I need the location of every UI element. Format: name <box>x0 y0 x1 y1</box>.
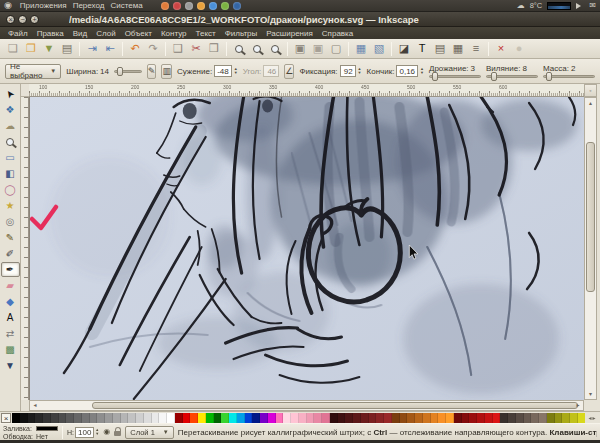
vertical-scrollbar[interactable]: ▴ ▾ <box>584 97 597 400</box>
palette-swatch[interactable] <box>314 413 322 423</box>
menu-edit[interactable]: Правка <box>33 29 68 38</box>
palette-swatch[interactable] <box>121 413 129 423</box>
palette-swatch[interactable] <box>469 413 477 423</box>
mail-icon[interactable]: ✉ <box>589 1 596 10</box>
tool-node-editor[interactable]: ❖ <box>1 102 20 117</box>
palette-swatch[interactable] <box>338 413 346 423</box>
palette-swatch[interactable] <box>198 413 206 423</box>
palette-swatch[interactable] <box>283 413 291 423</box>
cmd-text-dialog[interactable]: T <box>413 41 431 57</box>
palette-swatch[interactable] <box>28 413 36 423</box>
palette-swatch[interactable] <box>361 413 369 423</box>
thinning-spinbox[interactable]: -48 <box>214 65 232 77</box>
palette-swatch[interactable] <box>214 413 222 423</box>
cmd-document-save[interactable]: ▼ <box>40 41 58 57</box>
preset-dropdown[interactable]: Не выбрано ▼ <box>5 64 61 79</box>
spinner-arrows-icon[interactable]: ▲▼ <box>420 67 424 75</box>
vertical-ruler[interactable] <box>21 97 29 400</box>
scroll-right-icon[interactable]: ▸ <box>573 401 583 410</box>
cmd-zoom-to-page[interactable] <box>266 41 284 57</box>
palette-left-icon[interactable]: ◂ <box>588 414 591 421</box>
tool-gradient[interactable]: ▩ <box>1 342 20 357</box>
cmd-copy[interactable]: ❑ <box>169 41 187 57</box>
fill-stroke-indicator[interactable]: Заливка: Обводка:Нет <box>3 425 58 440</box>
system-monitor-applet[interactable] <box>547 2 571 10</box>
palette-swatch[interactable] <box>90 413 98 423</box>
palette-swatch[interactable] <box>562 413 570 423</box>
distro-logo-icon[interactable]: ◉ <box>4 1 12 10</box>
layer-visibility-icon[interactable]: ◉ <box>103 428 110 436</box>
width-slider[interactable] <box>114 70 142 73</box>
layer-lock-icon[interactable] <box>114 431 121 436</box>
app-launcher-7[interactable] <box>233 2 241 10</box>
tool-selector[interactable]: ➤ <box>1 86 20 101</box>
cmd-fill-stroke-dialog[interactable]: ◪ <box>395 41 413 57</box>
tool-star[interactable]: ★ <box>1 198 20 213</box>
cmd-cut[interactable]: ✂ <box>187 41 205 57</box>
panel-menu-places[interactable]: Переход <box>71 1 107 10</box>
palette-swatch[interactable] <box>431 413 439 423</box>
app-launcher-1[interactable] <box>161 2 169 10</box>
palette-swatch[interactable] <box>291 413 299 423</box>
scroll-down-icon[interactable]: ▾ <box>585 389 596 399</box>
no-color-swatch[interactable]: × <box>1 413 11 423</box>
palette-swatch[interactable] <box>500 413 508 423</box>
tool-connector[interactable]: ⇄ <box>1 326 20 341</box>
palette-swatch[interactable] <box>12 413 20 423</box>
palette-swatch[interactable] <box>35 413 43 423</box>
tool-pencil[interactable]: ✎ <box>1 230 20 245</box>
menu-text[interactable]: Текст <box>192 29 220 38</box>
cmd-preferences[interactable]: ● <box>510 41 528 57</box>
ruler-corner-button[interactable]: ◦ <box>584 84 597 97</box>
cmd-export-bitmap[interactable]: ⇤ <box>101 41 119 57</box>
cmd-group[interactable]: ▦ <box>352 41 370 57</box>
palette-swatch[interactable] <box>508 413 516 423</box>
palette-swatch[interactable] <box>384 413 392 423</box>
palette-swatch[interactable] <box>345 413 353 423</box>
cmd-undo[interactable]: ↶ <box>126 41 144 57</box>
palette-swatch[interactable] <box>252 413 260 423</box>
tremor-slider[interactable] <box>429 75 481 78</box>
app-launcher-3[interactable] <box>185 2 193 10</box>
cmd-ungroup[interactable]: ▧ <box>370 41 388 57</box>
palette-scroll-arrows[interactable]: ◂▸ <box>585 414 599 421</box>
tilt-toggle-button[interactable]: ∠ <box>284 64 294 79</box>
volume-icon[interactable] <box>576 3 584 9</box>
palette-swatch[interactable] <box>175 413 183 423</box>
spinner-arrows-icon[interactable]: ▲▼ <box>358 67 362 75</box>
palette-swatch[interactable] <box>66 413 74 423</box>
palette-swatch[interactable] <box>260 413 268 423</box>
palette-swatch[interactable] <box>136 413 144 423</box>
menu-filters[interactable]: Фильтры <box>221 29 262 38</box>
palette-swatch[interactable] <box>144 413 152 423</box>
palette-swatch[interactable] <box>369 413 377 423</box>
palette-swatch[interactable] <box>229 413 237 423</box>
menu-path[interactable]: Контур <box>157 29 191 38</box>
palette-swatch[interactable] <box>578 413 585 423</box>
horizontal-scrollbar[interactable]: ◂ ▸ <box>29 400 584 411</box>
palette-swatch[interactable] <box>113 413 121 423</box>
cmd-document-print[interactable]: ▤ <box>58 41 76 57</box>
tool-calligraphy[interactable]: ✒ <box>1 262 20 277</box>
palette-swatch[interactable] <box>245 413 253 423</box>
cmd-delete[interactable]: × <box>492 41 510 57</box>
palette-swatch[interactable] <box>555 413 563 423</box>
palette-swatch[interactable] <box>183 413 191 423</box>
title-bar[interactable]: ×−+ /media/4A6A8CE06A8CC9E1/2_WORKFOTO/д… <box>0 12 600 27</box>
app-launcher-5[interactable] <box>209 2 217 10</box>
cmd-zoom-to-selection[interactable] <box>230 41 248 57</box>
palette-swatch[interactable] <box>376 413 384 423</box>
palette-swatch[interactable] <box>330 413 338 423</box>
panel-menu-applications[interactable]: Приложения <box>18 1 69 10</box>
cmd-document-open[interactable]: ❐ <box>22 41 40 57</box>
cmd-duplicate[interactable]: ▣ <box>291 41 309 57</box>
palette-swatch[interactable] <box>415 413 423 423</box>
palette-swatch[interactable] <box>539 413 547 423</box>
menu-object[interactable]: Объект <box>121 29 156 38</box>
fill-color-swatch[interactable] <box>36 426 58 431</box>
palette-swatch[interactable] <box>407 413 415 423</box>
opacity-spinbox[interactable]: 100 <box>75 427 94 438</box>
window-button-minimize[interactable]: − <box>18 15 27 24</box>
app-launcher-2[interactable] <box>173 2 181 10</box>
palette-swatch[interactable] <box>237 413 245 423</box>
